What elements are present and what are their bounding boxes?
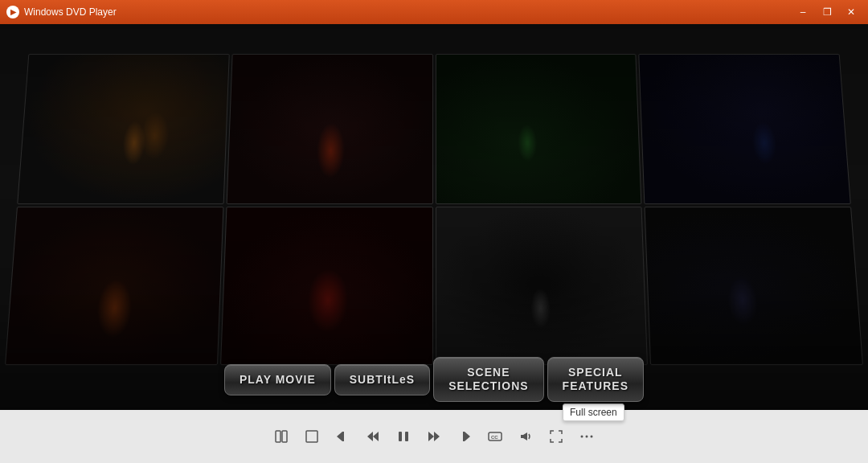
fullscreen-button[interactable]	[543, 424, 569, 449]
grid-cell-6	[220, 207, 433, 366]
square-icon	[305, 429, 319, 444]
svg-point-18	[591, 436, 593, 438]
svg-rect-4	[342, 432, 344, 441]
svg-text:CC: CC	[491, 435, 498, 440]
svg-rect-7	[399, 432, 402, 441]
main-content: PLAY MOVIE SUBTItLeS SCENE SELECTIONS SP…	[0, 24, 868, 410]
restore-button[interactable]: ❒	[817, 5, 837, 19]
subtitles-button[interactable]: SUBTItLeS	[334, 364, 430, 395]
svg-marker-5	[367, 432, 373, 441]
svg-marker-3	[337, 432, 342, 441]
rewind-icon	[366, 429, 380, 444]
toggle-panel-button[interactable]	[268, 424, 294, 449]
cc-icon: CC	[488, 429, 502, 444]
svg-marker-6	[373, 432, 379, 441]
fullscreen-tooltip: Full screen	[563, 404, 624, 421]
special-features-button[interactable]: SPECIAL FEATURES	[547, 357, 644, 402]
skip-forward-icon	[457, 429, 472, 444]
skip-forward-button[interactable]	[452, 424, 477, 449]
square-button[interactable]	[299, 424, 325, 449]
svg-marker-9	[428, 432, 434, 441]
svg-rect-1	[282, 431, 287, 442]
title-bar: ▶ Windows DVD Player – ❒ ✕	[0, 0, 868, 24]
fast-forward-button[interactable]	[421, 424, 447, 449]
grid-cell-3	[435, 54, 641, 204]
skip-back-icon	[335, 429, 350, 444]
pause-button[interactable]	[391, 424, 416, 449]
svg-marker-15	[521, 432, 527, 440]
grid-cell-8	[645, 207, 863, 366]
grid-cell-2	[226, 54, 432, 204]
svg-rect-12	[463, 432, 465, 441]
title-bar-left: ▶ Windows DVD Player	[6, 6, 117, 18]
play-movie-button[interactable]: PLAY MOVIE	[224, 364, 331, 395]
title-text: Windows DVD Player	[24, 6, 117, 18]
control-bar: CC Full screen	[0, 410, 868, 463]
svg-marker-10	[434, 432, 440, 441]
fullscreen-icon	[549, 429, 563, 444]
pause-icon	[396, 429, 411, 444]
dvd-menu-background	[0, 24, 868, 410]
rewind-button[interactable]	[360, 424, 386, 449]
svg-point-16	[581, 436, 583, 438]
svg-point-17	[586, 436, 588, 438]
skip-back-button[interactable]	[330, 424, 355, 449]
fast-forward-icon	[427, 429, 441, 444]
dvd-menu-buttons: PLAY MOVIE SUBTItLeS SCENE SELECTIONS SP…	[0, 357, 868, 402]
svg-rect-0	[276, 431, 280, 442]
cc-button[interactable]: CC	[482, 424, 508, 449]
dvd-grid	[0, 31, 868, 410]
close-button[interactable]: ✕	[841, 5, 862, 19]
more-icon	[579, 429, 594, 444]
grid-cell-1	[17, 54, 229, 204]
toggle-panel-icon	[274, 429, 289, 444]
app-icon: ▶	[6, 6, 19, 18]
grid-cell-7	[435, 207, 648, 366]
svg-marker-11	[465, 432, 470, 441]
more-button[interactable]	[574, 424, 600, 449]
svg-rect-8	[405, 432, 408, 441]
volume-icon	[518, 429, 533, 444]
volume-button[interactable]	[513, 424, 538, 449]
grid-cell-4	[638, 54, 850, 204]
grid-cell-5	[5, 207, 223, 366]
svg-rect-2	[306, 431, 317, 442]
scene-selections-button[interactable]: SCENE SELECTIONS	[433, 357, 543, 402]
minimize-button[interactable]: –	[792, 5, 813, 19]
title-bar-controls: – ❒ ✕	[792, 5, 862, 19]
